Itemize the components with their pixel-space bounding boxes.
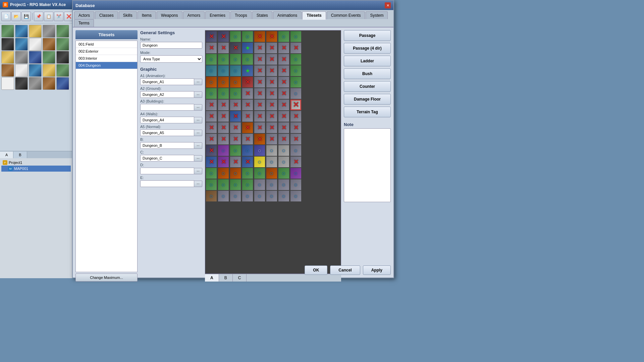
tile-11-2[interactable]: ✕: [230, 157, 241, 167]
tab-items[interactable]: Items: [138, 11, 156, 19]
tile-3-7[interactable]: ○: [290, 65, 301, 76]
tile-11-7[interactable]: ✕: [290, 157, 301, 167]
tile-3-1[interactable]: ○: [218, 65, 229, 76]
b-browse-button[interactable]: ···: [194, 142, 202, 149]
tile-1-1[interactable]: ✕: [218, 43, 229, 53]
tile-0-5[interactable]: ✕: [266, 31, 277, 42]
tile-5-0[interactable]: ○: [206, 88, 217, 99]
thumb-9[interactable]: [43, 38, 55, 51]
database-close-button[interactable]: ✕: [385, 2, 391, 8]
change-maximum-button[interactable]: Change Maximum...: [75, 274, 138, 282]
a4-input[interactable]: [140, 117, 194, 123]
tile-1-5[interactable]: ✕: [266, 43, 277, 53]
thumb-18[interactable]: [29, 64, 42, 77]
thumb-23[interactable]: [29, 77, 42, 90]
tile-0-6[interactable]: ○: [278, 31, 289, 42]
passage-button[interactable]: Passage: [344, 30, 391, 41]
tile-11-1[interactable]: ✕: [218, 157, 229, 167]
a4-browse-button[interactable]: ···: [194, 117, 202, 123]
tile-14-3[interactable]: ○: [242, 191, 253, 201]
tile-7-2[interactable]: ✕: [230, 111, 241, 122]
c-browse-button[interactable]: ···: [194, 155, 202, 162]
tile-2-2[interactable]: ○: [230, 54, 241, 65]
bush-button[interactable]: Bush: [344, 68, 391, 79]
tile-7-4[interactable]: ✕: [254, 111, 265, 122]
tab-actors[interactable]: Actors: [74, 11, 94, 19]
tab-weapons[interactable]: Weapons: [157, 11, 182, 19]
tile-7-0[interactable]: ✕: [206, 111, 217, 122]
tileset-item-001[interactable]: 001:Field: [76, 41, 137, 48]
tile-5-7[interactable]: ○: [290, 88, 301, 99]
tile-3-6[interactable]: ✕: [278, 65, 289, 76]
tile-3-0[interactable]: ○: [206, 65, 217, 76]
apply-button[interactable]: Apply: [363, 265, 391, 275]
tab-system[interactable]: System: [366, 11, 388, 19]
tile-14-4[interactable]: ○: [254, 191, 265, 201]
tile-6-7[interactable]: ✕: [290, 100, 301, 110]
abc-tab-b[interactable]: B: [219, 274, 233, 282]
tile-8-0[interactable]: ✕: [206, 122, 217, 133]
d-browse-button[interactable]: ···: [194, 168, 202, 174]
tile-14-5[interactable]: ○: [266, 191, 277, 201]
open-button[interactable]: 📂: [11, 12, 21, 21]
tile-0-0[interactable]: ✕: [206, 31, 217, 42]
thumb-16[interactable]: [1, 64, 14, 77]
e-browse-button[interactable]: ···: [194, 181, 202, 187]
tile-13-7[interactable]: ○: [290, 179, 301, 190]
tile-12-1[interactable]: ○: [218, 168, 229, 179]
tile-2-0[interactable]: ○: [206, 54, 217, 65]
tile-5-6[interactable]: ✕: [278, 88, 289, 99]
tile-4-3[interactable]: ✕: [242, 77, 253, 87]
tile-14-2[interactable]: ○: [230, 191, 241, 201]
tab-common-events[interactable]: Common Events: [327, 11, 365, 19]
tile-1-0[interactable]: ✕: [206, 43, 217, 53]
tab-classes[interactable]: Classes: [95, 11, 118, 19]
thumb-4[interactable]: [43, 25, 55, 38]
thumb-3[interactable]: [29, 25, 42, 38]
thumb-24[interactable]: [43, 77, 55, 90]
thumb-20[interactable]: [56, 64, 69, 77]
tile-1-3[interactable]: ★: [242, 43, 253, 53]
tile-12-3[interactable]: ○: [242, 168, 253, 179]
thumb-5[interactable]: [56, 25, 69, 38]
tile-7-5[interactable]: ✕: [266, 111, 277, 122]
thumb-7[interactable]: [15, 38, 28, 51]
ladder-button[interactable]: Ladder: [344, 56, 391, 66]
tile-12-7[interactable]: ○: [290, 168, 301, 179]
tab-terms[interactable]: Terms: [74, 19, 94, 27]
tile-1-6[interactable]: ✕: [278, 43, 289, 53]
tile-3-4[interactable]: ✕: [254, 65, 265, 76]
tile-10-2[interactable]: ○: [230, 145, 241, 156]
tile-8-2[interactable]: ✕: [230, 122, 241, 133]
thumb-15[interactable]: [56, 51, 69, 64]
tile-9-4[interactable]: ✕: [254, 134, 265, 144]
tile-8-5[interactable]: ✕: [266, 122, 277, 133]
tile-8-7[interactable]: ✕: [290, 122, 301, 133]
tile-6-3[interactable]: ✕: [242, 100, 253, 110]
tile-11-4[interactable]: ○: [254, 157, 265, 167]
e-input[interactable]: [140, 180, 194, 187]
thumb-14[interactable]: [43, 51, 55, 64]
terrain-tag-button[interactable]: Terrain Tag: [344, 107, 391, 117]
tile-13-5[interactable]: ○: [266, 179, 277, 190]
a1-browse-button[interactable]: ···: [194, 79, 202, 85]
tile-6-4[interactable]: ✕: [254, 100, 265, 110]
tile-2-5[interactable]: ✕: [266, 54, 277, 65]
tile-10-6[interactable]: ○: [278, 145, 289, 156]
thumb-21[interactable]: [1, 77, 14, 90]
thumb-25[interactable]: [56, 77, 69, 90]
abc-tab-c[interactable]: C: [233, 274, 247, 282]
tab-states[interactable]: States: [252, 11, 272, 19]
thumb-22[interactable]: [15, 77, 28, 90]
tile-4-0[interactable]: ○: [206, 77, 217, 87]
thumb-6[interactable]: [1, 38, 14, 51]
ok-button[interactable]: OK: [305, 265, 327, 275]
tab-animations[interactable]: Animations: [273, 11, 302, 19]
tile-10-1[interactable]: ○: [218, 145, 229, 156]
tile-12-4[interactable]: ○: [254, 168, 265, 179]
damage-floor-button[interactable]: Damage Floor: [344, 94, 391, 105]
tile-10-3[interactable]: ○: [242, 145, 253, 156]
tile-14-1[interactable]: ○: [218, 191, 229, 201]
passage-4dir-button[interactable]: Passage (4 dir): [344, 43, 391, 54]
tile-9-0[interactable]: ✕: [206, 134, 217, 144]
